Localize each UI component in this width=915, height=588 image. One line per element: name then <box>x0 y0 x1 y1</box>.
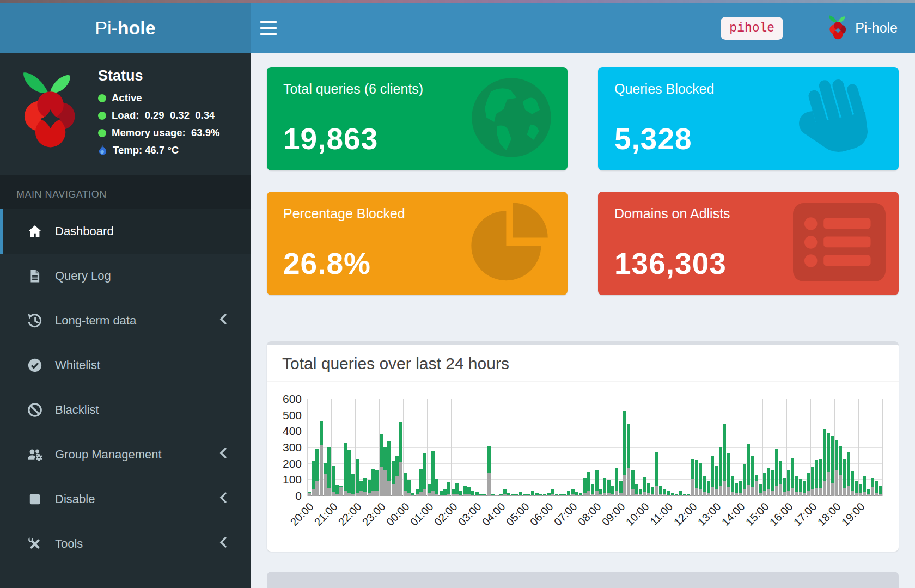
pihole-dashboard: Pi-hole pihole Pi-hole <box>0 0 915 588</box>
top-header: Pi-hole pihole Pi-hole <box>0 3 915 53</box>
chart-y-axis: 0100200300400500600 <box>273 399 307 496</box>
stat-card-domains-on-adlists[interactable]: Domains on Adlists 136,303 <box>598 192 899 295</box>
file-icon <box>27 268 43 284</box>
stat-card-value: 26.8% <box>283 246 371 281</box>
chevron-left-icon <box>219 492 228 507</box>
sidebar-toggle-button[interactable] <box>251 3 286 53</box>
green-dot-icon <box>98 129 106 137</box>
stat-card-value: 5,328 <box>614 121 692 156</box>
status-row-active: Active <box>98 92 219 104</box>
nav-section-label: MAIN NAVIGATION <box>0 175 251 209</box>
sidebar-item-blacklist[interactable]: Blacklist <box>0 388 251 432</box>
brand-logo[interactable]: Pi-hole <box>0 3 251 53</box>
chevron-left-icon <box>219 313 228 328</box>
chart-panel: Total queries over last 24 hours 0100200… <box>267 341 899 552</box>
stat-card-queries-blocked[interactable]: Queries Blocked 5,328 <box>598 67 899 170</box>
hostname-badge[interactable]: pihole <box>721 17 783 40</box>
raspberry-logo <box>21 64 77 156</box>
main-navigation: Dashboard Query Log Long-term data <box>0 209 251 566</box>
status-panel: Status Active Load: 0.29 0.32 0.34 Memor… <box>0 53 251 175</box>
history-icon <box>27 313 43 329</box>
next-panel-top-edge <box>267 572 899 588</box>
stop-square-icon <box>27 491 43 507</box>
stat-card-value: 136,303 <box>614 246 727 281</box>
navbar: pihole Pi-hole <box>251 3 915 53</box>
chart-plot[interactable] <box>307 399 882 496</box>
brand-prefix: Pi- <box>95 17 118 39</box>
pie-chart-icon <box>467 199 554 288</box>
status-row-temp: Temp: 46.7 °C <box>98 144 219 156</box>
chart-title: Total queries over last 24 hours <box>282 354 883 373</box>
sidebar-item-whitelist[interactable]: Whitelist <box>0 343 251 388</box>
stat-card-value: 19,863 <box>283 121 378 156</box>
home-icon <box>27 223 43 240</box>
chart-x-axis: 20:0021:0022:0023:0000:0001:0002:0003:00… <box>307 496 882 546</box>
status-row-memory: Memory usage: 63.9% <box>98 127 219 139</box>
sidebar-item-dashboard[interactable]: Dashboard <box>0 209 251 254</box>
green-dot-icon <box>98 112 106 120</box>
brand-bold: hole <box>118 17 156 39</box>
hand-icon <box>794 72 886 166</box>
temperature-flame-icon <box>98 145 107 156</box>
sidebar-item-tools[interactable]: Tools <box>0 522 251 566</box>
sidebar: Status Active Load: 0.29 0.32 0.34 Memor… <box>0 53 251 588</box>
status-row-load: Load: 0.29 0.32 0.34 <box>98 109 219 121</box>
main-content: Total queries (6 clients) 19,863 Queries… <box>251 53 915 588</box>
tools-icon <box>27 536 43 552</box>
users-gear-icon <box>27 446 43 463</box>
chevron-left-icon <box>219 536 228 552</box>
sidebar-item-long-term-data[interactable]: Long-term data <box>0 298 251 343</box>
stat-card-percentage-blocked[interactable]: Percentage Blocked 26.8% <box>267 192 568 295</box>
navbar-brand[interactable]: Pi-hole <box>828 13 898 44</box>
sidebar-item-disable[interactable]: Disable <box>0 477 251 522</box>
status-title: Status <box>98 68 219 84</box>
check-circle-icon <box>27 357 43 373</box>
green-dot-icon <box>98 94 106 102</box>
raspberry-icon <box>828 13 847 44</box>
ban-icon <box>27 402 43 418</box>
navbar-app-name: Pi-hole <box>855 20 898 36</box>
sidebar-item-group-management[interactable]: Group Management <box>0 432 251 477</box>
chevron-left-icon <box>219 447 228 462</box>
list-icon <box>793 202 886 285</box>
sidebar-item-query-log[interactable]: Query Log <box>0 254 251 298</box>
stat-card-total-queries[interactable]: Total queries (6 clients) 19,863 <box>267 67 568 170</box>
globe-icon <box>468 75 554 163</box>
